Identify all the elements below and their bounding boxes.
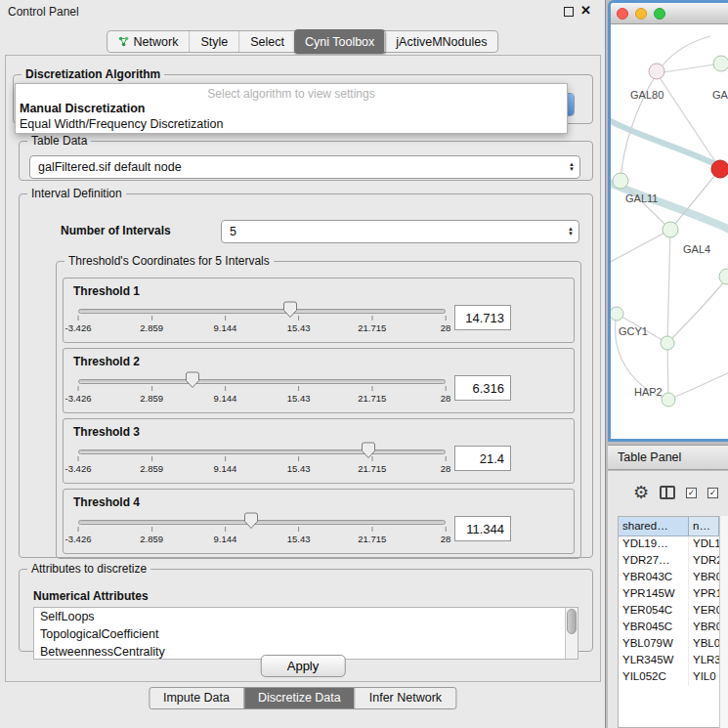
checkbox-icon[interactable]: ✓ [707, 488, 718, 498]
column-header-shared-name[interactable]: shared… [619, 517, 689, 536]
table-row[interactable]: YIL052CYIL0 [619, 669, 719, 686]
tab-discretize-data[interactable]: Discretize Data [243, 688, 355, 708]
network-view-window: GAL80 GA GAL11 GAL4 GCY1 HAP2 [608, 0, 728, 442]
tick-label: 9.144 [214, 393, 237, 404]
slider-track[interactable] [78, 379, 446, 384]
tab-cyni-toolbox[interactable]: Cyni Toolbox [294, 29, 385, 54]
node-label-hap2: HAP2 [634, 386, 663, 398]
slider-track[interactable] [78, 520, 446, 525]
table-row[interactable]: YLR345WYLR3 [619, 653, 719, 669]
float-window-icon[interactable] [564, 7, 574, 17]
cell: YDR2 [689, 553, 719, 570]
list-vertical-scrollbar[interactable] [565, 608, 578, 659]
cell: YLR345W [619, 653, 689, 669]
close-traffic-light-icon[interactable] [617, 8, 628, 20]
node[interactable] [713, 56, 728, 71]
apply-button[interactable]: Apply [261, 655, 346, 677]
node-selected-red[interactable] [711, 160, 728, 178]
node-label-gal11: GAL11 [625, 193, 658, 204]
table-vertical-scrollbar[interactable] [719, 516, 728, 728]
tick-label: 2.859 [140, 534, 163, 544]
table-row[interactable]: YBR043CYBR0 [619, 570, 719, 586]
slider-track[interactable] [78, 450, 446, 454]
cell: YDR27… [619, 553, 689, 570]
tick-label: 15.43 [287, 534, 311, 544]
node-table: shared… n… YDL19…YDL1 YDR27…YDR2 YBR043C… [618, 516, 719, 728]
network-canvas[interactable]: GAL80 GA GAL11 GAL4 GCY1 HAP2 [611, 24, 728, 439]
minimize-traffic-light-icon[interactable] [635, 8, 647, 20]
tick-label: 9.144 [214, 534, 237, 544]
tick-label: 15.43 [287, 322, 311, 333]
threshold-4-value-field[interactable]: 11.344 [454, 516, 511, 541]
combobox-arrows-icon: ▲ ▼ [564, 162, 579, 172]
group-title: Interval Definition [27, 187, 126, 200]
tick-label: 2.859 [140, 322, 163, 333]
checkbox-icon[interactable]: ✓ [686, 488, 697, 498]
cyni-toolbox-panel: Discretization Algorithm ▲ ▼ Select algo… [5, 55, 601, 682]
tab-style[interactable]: Style [189, 31, 238, 52]
table-row[interactable]: YPR145WYPR1 [619, 586, 719, 603]
dropdown-option-equal-width[interactable]: Equal Width/Frequency Discretization [16, 116, 567, 132]
tab-label: Cyni Toolbox [305, 35, 374, 49]
threshold-3-value-field[interactable]: 21.4 [454, 446, 511, 471]
tab-network[interactable]: Network [107, 31, 190, 52]
tick-label: 21.715 [358, 463, 386, 474]
node-gal80[interactable] [649, 64, 664, 79]
threshold-1-slider[interactable]: -3.426 2.859 9.144 15.43 21.715 28 [78, 299, 446, 336]
gear-icon[interactable]: ⚙ [633, 484, 649, 501]
threshold-2-slider[interactable]: -3.426 2.859 9.144 15.43 21.715 28 [78, 369, 446, 407]
list-item[interactable]: SelfLoops [34, 608, 578, 625]
columns-icon[interactable] [660, 486, 675, 499]
scrollbar-thumb[interactable] [567, 609, 577, 634]
threshold-4-slider[interactable]: -3.426 2.859 9.144 15.43 21.715 28 [78, 510, 446, 547]
node-gal4[interactable] [663, 222, 678, 237]
table-panel-window: ⚙ ✓ ✓ shared… n… YDL19…YDL1 YDR27…YDR2 Y… [608, 471, 728, 728]
tab-impute-data[interactable]: Impute Data [150, 688, 243, 708]
slider-thumb[interactable] [362, 442, 375, 459]
slider-ticks: -3.426 2.859 9.144 15.43 21.715 28 [78, 534, 446, 546]
table-row[interactable]: YER054CYER0 [619, 603, 719, 620]
slider-track[interactable] [78, 309, 446, 314]
thresholds-group: Threshold's Coordinates for 5 Intervals … [56, 254, 581, 559]
table-row[interactable]: YBL079WYBL0 [619, 636, 719, 653]
interval-definition-group: Interval Definition Number of Intervals … [19, 187, 593, 558]
table-data-combobox[interactable]: galFiltered.sif default node ▲ ▼ [29, 155, 580, 179]
threshold-3-slider[interactable]: -3.426 2.859 9.144 15.43 21.715 28 [78, 440, 446, 477]
arrow-down-icon: ▼ [568, 232, 574, 236]
close-icon[interactable]: ✕ [580, 3, 591, 18]
node-hap2[interactable] [662, 393, 675, 407]
node[interactable] [719, 269, 728, 284]
control-panel: Control Panel ✕ Network Style Select Cyn… [0, 0, 606, 728]
numerical-attributes-list[interactable]: SelfLoops TopologicalCoefficient Between… [33, 607, 578, 660]
network-window-titlebar[interactable] [611, 3, 728, 24]
tab-select[interactable]: Select [238, 31, 295, 52]
node-gal11[interactable] [613, 173, 628, 189]
threshold-1-value-field[interactable]: 14.713 [454, 305, 511, 330]
tick-label: 28 [441, 322, 451, 333]
table-row[interactable]: YDL19…YDL1 [619, 536, 719, 553]
group-title: Attributes to discretize [27, 562, 150, 576]
node[interactable] [661, 336, 674, 350]
table-panel-header: Table Panel [608, 445, 728, 470]
slider-thumb[interactable] [244, 512, 258, 530]
slider-thumb[interactable] [186, 371, 199, 389]
thresholds-list: Threshold 1 -3.426 2.859 [57, 268, 580, 560]
slider-ticks: -3.426 2.859 9.144 15.43 21.715 28 [78, 463, 446, 476]
column-header-name[interactable]: n… [689, 517, 719, 536]
node-gcy1[interactable] [611, 307, 623, 321]
dropdown-option-manual[interactable]: Manual Discretization [16, 101, 567, 116]
threshold-2-value-field[interactable]: 6.316 [454, 375, 511, 401]
threshold-1-box: Threshold 1 -3.426 2.859 [63, 278, 575, 343]
number-of-intervals-spinner[interactable]: 5 ▲ ▼ [221, 220, 579, 243]
cell: YPR145W [619, 586, 689, 603]
zoom-traffic-light-icon[interactable] [654, 8, 665, 20]
slider-ticks: -3.426 2.859 9.144 15.43 21.715 28 [78, 322, 446, 335]
tab-jactivemnodules[interactable]: jActiveMNodules [384, 31, 497, 52]
arrow-down-icon: ▼ [569, 167, 575, 172]
list-item[interactable]: TopologicalCoefficient [34, 625, 578, 643]
tab-infer-network[interactable]: Infer Network [355, 688, 455, 708]
table-row[interactable]: YDR27…YDR2 [619, 553, 719, 570]
slider-thumb[interactable] [283, 301, 297, 319]
table-row[interactable]: YBR045CYBR0 [619, 620, 719, 636]
threshold-3-box: Threshold 3 -3.426 2.859 [63, 418, 575, 484]
